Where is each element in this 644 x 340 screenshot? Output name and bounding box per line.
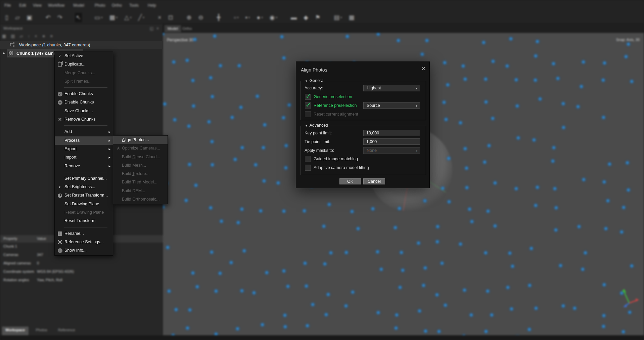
mesh-view-icon[interactable]: ●▾ <box>256 13 264 22</box>
select-arrow-icon[interactable]: ↖ <box>75 13 82 22</box>
tie-point <box>516 104 519 108</box>
dense-cloud-view-icon[interactable]: ▪▾ <box>244 13 251 22</box>
tie-point <box>265 271 268 274</box>
add-folder-icon[interactable]: ▱ <box>20 34 23 40</box>
collapse-arrow-icon[interactable]: ▾ <box>306 124 307 127</box>
save-project-icon[interactable]: ▣ <box>26 13 33 22</box>
menu-edit[interactable]: Edit <box>19 3 26 8</box>
menu-item-export[interactable]: Export▸ <box>55 145 113 153</box>
point-cloud-view-icon[interactable]: ▫▾ <box>233 13 240 22</box>
dropdown-arrow-icon[interactable]: ▾ <box>340 16 342 19</box>
tie-point <box>559 264 562 267</box>
menu-item-label: Build Orthomosaic... <box>122 197 160 202</box>
assign-images-icon[interactable]: ▩▾ <box>108 13 119 22</box>
dropdown-arrow-icon[interactable]: ▾ <box>130 16 132 19</box>
zoom-in-icon[interactable]: ⊕ <box>186 13 193 22</box>
menu-item-set-drawing-plane[interactable]: Set Drawing Plane <box>55 200 113 208</box>
crop-selection-icon[interactable]: ⊡ <box>167 13 174 22</box>
menu-item-rename[interactable]: IRename... <box>55 229 113 238</box>
reference-preselection-checkbox[interactable]: ✓ <box>305 102 311 109</box>
menu-item-reset-transform[interactable]: Reset Transform <box>55 217 113 225</box>
menu-item-set-active[interactable]: ✓Set Active <box>55 52 113 60</box>
open-project-icon[interactable]: ▱ <box>14 13 21 22</box>
ruler-tool-icon[interactable]: ╱▾ <box>137 13 145 22</box>
zoom-out-icon[interactable]: ⊖ <box>197 13 204 22</box>
menu-tools[interactable]: Tools <box>129 3 139 8</box>
redo-icon[interactable]: ↷ <box>56 13 63 22</box>
grid-view-icon[interactable]: ▦ <box>348 13 356 22</box>
tie-point <box>173 118 176 121</box>
collapse-arrow-icon[interactable]: ▾ <box>306 79 307 83</box>
menu-item-process[interactable]: Process▸ <box>55 136 113 145</box>
viewport-tab-model[interactable]: Model <box>165 25 181 32</box>
dialog-close-icon[interactable]: × <box>421 65 425 72</box>
menu-help[interactable]: Help <box>148 3 156 8</box>
menu-item-set-primary-channel[interactable]: Set Primary Channel... <box>55 174 113 183</box>
photos-pane-icon[interactable]: ▬ <box>290 13 298 22</box>
add-chunk-icon[interactable]: ▦ <box>2 34 6 40</box>
panel-tab-workspace[interactable]: Workspace <box>2 327 29 335</box>
menu-item-set-raster-transform[interactable]: Set Raster Transform... <box>55 191 113 200</box>
remove-items-icon[interactable]: × <box>35 34 37 40</box>
generic-preselection-checkbox[interactable]: ✓ <box>305 94 311 100</box>
main-toolbar: ▯▱▣↶↷↖▭▾▩▾△▾╱▾×⊡⊕⊖╋▫▾▪▾●▾◉▾▬◆⚑▤▾▦ <box>0 11 644 24</box>
viewport-tab-ortho[interactable]: Ortho <box>179 25 195 32</box>
panel-tab-photos[interactable]: Photos <box>33 327 51 335</box>
menu-item-set-brightness[interactable]: ◐Set Brightness... <box>55 183 113 191</box>
menu-item-add[interactable]: Add▸ <box>55 128 113 136</box>
panel-close-icon[interactable]: × <box>156 26 159 31</box>
model-shaded-view-icon[interactable]: ◉▾ <box>269 13 278 22</box>
menu-item-import[interactable]: Import▸ <box>55 153 113 162</box>
menu-workflow[interactable]: Workflow <box>48 3 64 8</box>
key-point-limit-input[interactable] <box>363 130 420 136</box>
tree-expander-icon[interactable]: ▶ <box>3 51 5 55</box>
settings-icon[interactable]: ∗ <box>42 34 46 40</box>
menu-photo[interactable]: Photo <box>95 3 105 8</box>
dropdown-arrow-icon[interactable]: ▾ <box>101 16 103 19</box>
menu-item-duplicate[interactable]: Duplicate... <box>55 60 113 69</box>
move-items-icon[interactable]: ↑ <box>28 34 30 40</box>
guided-matching-checkbox[interactable] <box>305 156 311 162</box>
reference-preselection-dropdown[interactable]: Source ▾ <box>363 102 420 109</box>
delete-selection-icon[interactable]: × <box>157 13 163 22</box>
menu-file[interactable]: File <box>4 3 11 8</box>
panel-float-icon[interactable]: ◱ <box>150 26 153 31</box>
dropdown-arrow-icon[interactable]: ▾ <box>276 16 278 19</box>
ok-button[interactable]: OK <box>339 178 361 184</box>
menu-item-align-photos[interactable]: Align Photos... <box>113 136 168 144</box>
menu-model[interactable]: Model <box>73 3 84 8</box>
menu-item-show-info[interactable]: iShow Info... <box>55 246 113 255</box>
tie-point-limit-input[interactable] <box>363 138 420 145</box>
menu-item-enable-chunks[interactable]: ✓Enable Chunks <box>55 90 113 98</box>
menu-item-reference-settings[interactable]: Reference Settings... <box>55 238 113 246</box>
menu-ortho[interactable]: Ortho <box>112 3 122 8</box>
new-document-icon[interactable]: ▯ <box>4 13 9 22</box>
panel-tab-reference[interactable]: Reference <box>55 327 79 335</box>
undo-icon[interactable]: ↶ <box>45 13 52 22</box>
tie-point <box>210 251 213 254</box>
tie-point <box>172 60 175 63</box>
shield-icon[interactable]: ◆ <box>303 13 309 22</box>
dropdown-arrow-icon[interactable]: ▾ <box>116 16 118 19</box>
filter-icon[interactable]: ≡ <box>50 34 53 40</box>
texture-view-icon[interactable]: ▤▾ <box>333 13 343 22</box>
menu-view[interactable]: View <box>33 3 42 8</box>
cancel-button[interactable]: Cancel <box>363 178 385 184</box>
menu-item-remove-chunks[interactable]: ×Remove Chunks <box>55 115 113 124</box>
dropdown-arrow-icon[interactable]: ▾ <box>237 16 239 19</box>
add-photos-icon[interactable]: ▤ <box>11 34 15 40</box>
adaptive-fitting-checkbox[interactable] <box>305 165 311 171</box>
flag-icon[interactable]: ⚑ <box>314 13 321 22</box>
accuracy-dropdown[interactable]: Highest ▾ <box>363 85 420 91</box>
rectangle-selection-icon[interactable]: ▭▾ <box>93 13 104 22</box>
dropdown-arrow-icon[interactable]: ▾ <box>261 16 263 19</box>
menu-item-disable-chunks[interactable]: –Disable Chunks <box>55 98 113 107</box>
menu-item-save-chunks[interactable]: Save Chunks... <box>55 107 113 115</box>
navigation-icon[interactable]: ╋ <box>216 13 222 22</box>
markers-tool-icon[interactable]: △▾ <box>123 13 132 22</box>
dropdown-arrow-icon[interactable]: ▾ <box>143 16 144 19</box>
tree-root-row[interactable]: Workspace (1 chunks, 347 cameras) <box>0 41 163 49</box>
dropdown-arrow-icon[interactable]: ▾ <box>248 16 250 19</box>
tie-point <box>487 210 490 213</box>
menu-item-remove[interactable]: Remove▸ <box>55 162 113 170</box>
